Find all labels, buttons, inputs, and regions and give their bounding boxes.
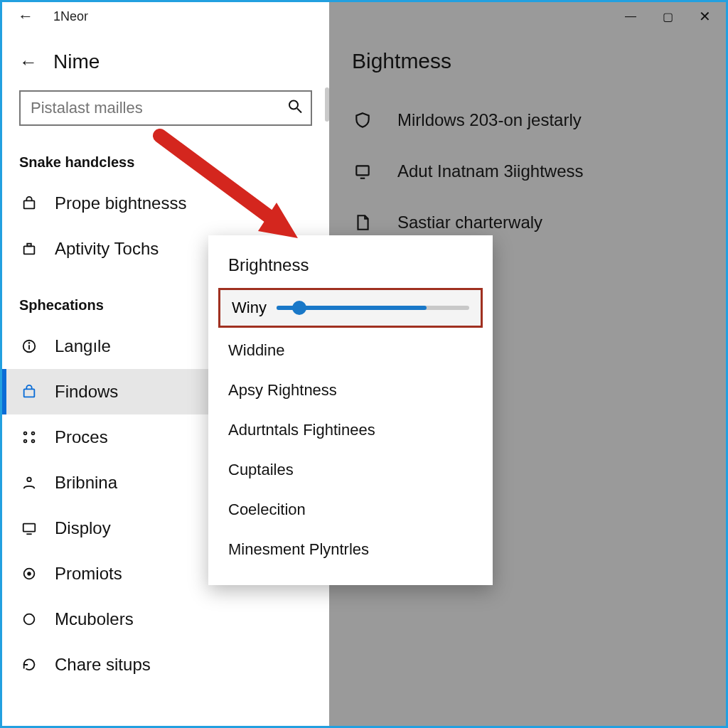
sidebar-item-label: Langıle [55, 336, 111, 356]
search-icon[interactable] [288, 100, 302, 117]
sidebar-item-label: Findows [55, 382, 118, 402]
slider-thumb[interactable] [292, 301, 306, 315]
popup-item-adurtntals[interactable]: Adurtntals Fightinees [208, 410, 493, 450]
slider-label: Winy [232, 299, 267, 317]
search-wrapper [19, 90, 312, 126]
svg-rect-3 [24, 246, 35, 254]
popup-item-label: Widdine [228, 341, 284, 360]
titlebar: ← 1Neor — ▢ ✕ [2, 2, 726, 31]
brightness-slider-row[interactable]: Winy [218, 288, 483, 328]
svg-rect-2 [24, 200, 35, 208]
svg-point-18 [24, 614, 35, 625]
sidebar-item-label: Prope bightnesss [55, 193, 186, 213]
popup-item-minesment[interactable]: Minesment Plyntrles [208, 530, 493, 569]
popup-item-widdine[interactable]: Widdine [208, 331, 493, 370]
maximize-button[interactable]: ▢ [649, 2, 686, 31]
sidebar-title: Nime [53, 50, 100, 73]
person-icon [19, 475, 39, 491]
sidebar-item-label: Bribnina [55, 473, 117, 493]
sidebar-item-mcubolers[interactable]: Mcubolers [2, 596, 329, 642]
popup-item-label: Adurtntals Fightinees [228, 421, 375, 439]
settings-window: ← 1Neor — ▢ ✕ ← Nime Snake handcless [0, 0, 728, 728]
monitor-icon [352, 161, 373, 182]
svg-point-17 [28, 572, 31, 575]
main-row-label: Sastiar charterwaly [397, 213, 542, 232]
svg-rect-8 [24, 389, 35, 397]
popup-item-label: Minesment Plyntrles [228, 540, 369, 559]
target-icon [19, 566, 39, 582]
back-icon[interactable]: ← [19, 51, 38, 73]
info-icon [19, 338, 39, 354]
svg-point-10 [32, 432, 35, 435]
sidebar-item-label: Aptivity Tochs [55, 239, 159, 259]
popup-item-label: Apsy Rightness [228, 381, 337, 400]
main-row-label: Mirldows 203-on jestarly [397, 110, 582, 130]
sidebar-item-label: Promiots [55, 564, 122, 584]
svg-point-9 [24, 432, 27, 435]
sidebar-item-label: Proces [55, 427, 108, 447]
svg-point-12 [32, 440, 35, 443]
sidebar-item-label: Chare situps [55, 655, 151, 675]
sidebar-header: ← Nime [2, 38, 329, 90]
app-hint: 1Neor [53, 9, 88, 24]
svg-rect-14 [23, 524, 36, 532]
brightness-slider[interactable] [277, 306, 469, 310]
close-button[interactable]: ✕ [686, 2, 723, 31]
popup-item-label: Cuptailes [228, 461, 294, 479]
titlebar-left: ← 1Neor [18, 2, 88, 31]
main-row-label: Adut Inatnam 3iightwess [397, 161, 583, 181]
main-row-adut[interactable]: Adut Inatnam 3iightwess [329, 146, 726, 197]
minimize-button[interactable]: — [612, 2, 649, 31]
svg-rect-19 [356, 166, 368, 175]
popup-item-apsy[interactable]: Apsy Rightness [208, 370, 493, 410]
file-icon [352, 212, 373, 233]
back-icon[interactable]: ← [18, 9, 33, 24]
main-row-mirldows[interactable]: Mirldows 203-on jestarly [329, 95, 726, 146]
sidebar-item-label: Disploy [55, 518, 111, 538]
svg-point-0 [289, 101, 298, 109]
search-input[interactable] [19, 90, 312, 126]
display-icon [19, 520, 39, 536]
popup-title: Brightness [208, 248, 493, 288]
sidebar-item-label: Mcubolers [55, 609, 134, 629]
sidebar-item-prope[interactable]: Prope bightnesss [2, 181, 329, 226]
circle-icon [19, 611, 39, 627]
svg-point-7 [29, 343, 30, 343]
svg-point-13 [27, 478, 31, 482]
refresh-icon [19, 657, 39, 673]
page-title: Bightmess [329, 43, 726, 95]
popup-item-label: Coelecition [228, 500, 306, 519]
svg-point-11 [24, 440, 27, 443]
scrollbar-track[interactable] [325, 87, 329, 122]
bag-icon [19, 384, 39, 400]
popup-item-coelecition[interactable]: Coelecition [208, 490, 493, 530]
svg-line-1 [297, 109, 301, 113]
svg-rect-4 [27, 244, 31, 247]
section-title-1: Snake handcless [2, 141, 329, 181]
nodes-icon [19, 429, 39, 445]
brightness-popup: Brightness Winy Widdine Apsy Rightness A… [208, 235, 493, 585]
puzzle-icon [19, 241, 39, 257]
shield-icon [352, 109, 373, 131]
sidebar-item-chare[interactable]: Chare situps [2, 642, 329, 687]
bag-icon [19, 196, 39, 211]
popup-item-cuptailes[interactable]: Cuptailes [208, 450, 493, 490]
